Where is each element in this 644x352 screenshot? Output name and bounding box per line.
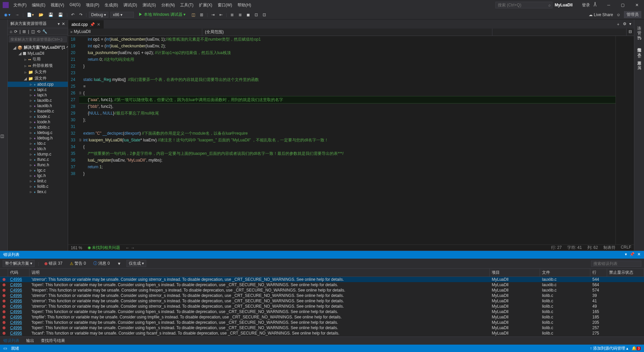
tree-item[interactable]: ▹⬧ldump.c	[8, 151, 68, 157]
right-tool-item[interactable]: 托	[636, 31, 642, 34]
tree-item[interactable]: ▹▪▪引用	[8, 56, 68, 62]
feedback-icon[interactable]: ☺	[616, 12, 621, 17]
menu-item[interactable]: 调试(D)	[121, 1, 139, 9]
menu-item[interactable]: Git(G)	[67, 1, 83, 9]
warnings-count-button[interactable]: ⚠警告 0	[68, 260, 88, 267]
save-icon[interactable]: 💾	[47, 12, 55, 18]
tree-item[interactable]: ▹⬧lgc.h	[8, 173, 68, 178]
right-tool-item[interactable]: C	[637, 36, 642, 41]
split-icon[interactable]: ⊟	[627, 29, 634, 36]
props-icon[interactable]: 🔧	[42, 29, 47, 34]
zoom-level[interactable]: 161 %	[71, 246, 82, 250]
tree-item[interactable]: ▹⬧lauxlib.h	[8, 103, 68, 108]
error-row[interactable]: ⊗C4996'fopen': This function or variable…	[0, 309, 644, 314]
redo-icon[interactable]: ↷	[78, 12, 84, 18]
left-tool-strip[interactable]: ◫	[0, 19, 8, 251]
undo-icon[interactable]: ↶	[70, 12, 76, 18]
eol-mode[interactable]: CRLF	[621, 245, 631, 251]
menu-item[interactable]: 生成(B)	[103, 1, 120, 9]
tree-item[interactable]: ▹▪▪外部依赖项	[8, 62, 68, 69]
tree-item[interactable]: ▹⬧llex.c	[8, 189, 68, 194]
menu-item[interactable]: 工具(T)	[178, 1, 195, 9]
nav-arrows[interactable]: ← →	[125, 246, 135, 250]
save-all-icon[interactable]: 💾	[57, 12, 64, 18]
tree-item[interactable]: ▹⬧lcode.h	[8, 119, 68, 125]
nav-fwd-icon[interactable]: →	[14, 12, 20, 18]
tb-icon-2[interactable]: ⊞	[199, 12, 205, 18]
indent-mode[interactable]: 制表符	[603, 245, 615, 251]
search-icon[interactable]: ⌕	[548, 3, 551, 7]
tree-item[interactable]: ▹⬧lgc.c	[8, 168, 68, 173]
new-file-icon[interactable]: 📄▾	[25, 12, 35, 18]
error-row[interactable]: ⊗C4996'freopen': This function or variab…	[0, 288, 644, 293]
menu-item[interactable]: 视图(V)	[49, 1, 66, 9]
start-debug-button[interactable]: ▶ 本地 Windows 调试器 ▾	[136, 11, 188, 18]
solution-search-input[interactable]	[9, 36, 67, 42]
tb-icon-8[interactable]: ⊡	[253, 12, 259, 18]
table-header[interactable]: 代码 说明 项目 文件 行 禁止显示状态	[0, 269, 644, 277]
nav-back-icon[interactable]: ◉ ▾	[3, 12, 12, 18]
error-search-input[interactable]	[591, 261, 641, 267]
error-row[interactable]: ⊗C4996'fopen': This function or variable…	[0, 320, 644, 325]
tree-item[interactable]: ▹⬧liolib.c	[8, 184, 68, 189]
right-tool-strip[interactable]: 连管托C帮件按注化连本Gi用本更属	[634, 19, 644, 251]
panel-opts-icon[interactable]: ▾	[58, 21, 60, 26]
scope-select[interactable]: 整个解决方案 ▾	[3, 260, 35, 267]
tree-item[interactable]: ▹⬧ldo.h	[8, 146, 68, 151]
tb-icon-7[interactable]: ◼	[245, 12, 251, 18]
global-search-input[interactable]	[495, 2, 552, 8]
error-row[interactable]: ⊗C4996'strerror': This function or varia…	[0, 298, 644, 304]
tree-item[interactable]: ◢📁源文件	[8, 75, 68, 82]
tree-item[interactable]: ▹⬧ldebug.c	[8, 130, 68, 135]
menu-item[interactable]: 编辑(E)	[30, 1, 47, 9]
error-row[interactable]: ⊗C4996'strerror': This function or varia…	[0, 304, 644, 309]
right-tool-item[interactable]: 管	[636, 26, 642, 29]
error-row[interactable]: ⊗C4996'strerror': This function or varia…	[0, 293, 644, 298]
solution-tree[interactable]: ◢📦解决方案"MyLuaDll"(1 个项目◢⊞MyLuaDll▹▪▪引用▹▪▪…	[8, 43, 68, 251]
bottom-tab[interactable]: 错误列表	[0, 337, 23, 345]
add-source-control[interactable]: ↑ 添加到源代码管理 ▴	[590, 346, 629, 351]
config-select[interactable]: Debug ▾	[89, 12, 109, 18]
right-tool-item[interactable]: Gi用本更	[636, 53, 642, 59]
panel-pin-icon[interactable]: 📌	[630, 252, 635, 258]
errors-count-button[interactable]: ⊗错误 37	[42, 260, 64, 267]
error-row[interactable]: ⊗C4996'fopen': This function or variable…	[0, 325, 644, 331]
tab-active[interactable]: abcd.cpp 📌 ✕	[68, 20, 104, 29]
right-tool-item[interactable]: 属	[636, 61, 642, 64]
scope-select[interactable]: ▹ MyLuaDll	[68, 29, 202, 36]
home-icon[interactable]: ⌂	[10, 29, 12, 34]
menu-item[interactable]: 帮助(H)	[235, 1, 253, 9]
range-select[interactable]: (全局范围)	[202, 29, 492, 36]
issues-status[interactable]: ◉ 未找到相关问题	[88, 245, 120, 251]
error-table[interactable]: 代码 说明 项目 文件 行 禁止显示状态 ⊗C4996'strerror': T…	[0, 269, 644, 337]
tree-item[interactable]: ◢📦解决方案"MyLuaDll"(1 个项目	[8, 44, 68, 51]
right-tool-item[interactable]: 连	[636, 21, 642, 24]
tree-item[interactable]: ▹📁头文件	[8, 69, 68, 75]
view-icon[interactable]: ⊞	[22, 29, 26, 34]
error-row[interactable]: ⊗C4996'fopen': This function or variable…	[0, 282, 644, 288]
tb-icon-9[interactable]: ⊡	[261, 12, 267, 18]
tb-icon-1[interactable]: ◫	[190, 12, 197, 18]
tb-icon-4[interactable]: ⇤	[218, 12, 224, 18]
build-filter-select[interactable]: 仅生成 ▾	[126, 260, 146, 267]
menu-item[interactable]: 项目(P)	[84, 1, 101, 9]
maximize-icon[interactable]: ▢	[618, 2, 627, 8]
right-tool-item[interactable]: 帮件按注化连	[636, 43, 642, 46]
tree-item[interactable]: ▹⬧ldebug.h	[8, 135, 68, 141]
tree-item[interactable]: ▹⬧lbaselib.c	[8, 108, 68, 114]
add-tab-icon[interactable]: ＋	[616, 21, 620, 27]
tree-item[interactable]: ▹⬧lfunc.h	[8, 162, 68, 168]
tab-close-icon[interactable]: ✕	[97, 22, 100, 27]
member-select[interactable]	[492, 29, 627, 36]
open-icon[interactable]: 📂	[37, 12, 45, 18]
tb-icon-5[interactable]: ≣	[229, 12, 235, 18]
dock-icon[interactable]: ◫	[0, 134, 5, 138]
live-share-button[interactable]: ☁ Live Share	[589, 12, 613, 17]
tree-item[interactable]: ▹⬧lcode.c	[8, 114, 68, 119]
settings-icon[interactable]: ⚙	[623, 21, 627, 27]
error-row[interactable]: ⊗C4996'strerror': This function or varia…	[0, 277, 644, 282]
right-tool-item[interactable]: 本	[636, 48, 642, 51]
show-all-icon[interactable]: ◫	[31, 29, 35, 34]
platform-select[interactable]: x86 ▾	[110, 12, 134, 18]
sync-icon[interactable]: ⟳	[14, 29, 17, 34]
